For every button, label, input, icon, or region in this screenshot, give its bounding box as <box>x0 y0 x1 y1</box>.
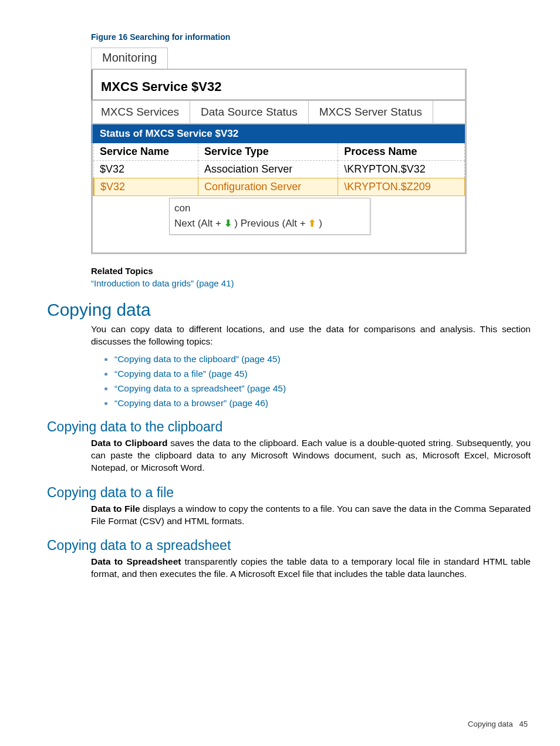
paragraph-text: displays a window to copy the contents t… <box>91 504 531 526</box>
search-next-suffix: ) <box>232 218 238 229</box>
cell-service-name: $V32 <box>94 161 198 178</box>
panel-title: MXCS Service $V32 <box>91 70 467 101</box>
table-row-highlighted[interactable]: $V32 Configuration Server \KRYPTON.$Z209 <box>94 178 465 196</box>
paragraph: Data to Spreadsheet transparently copies… <box>91 556 531 580</box>
heading-copying-data: Copying data <box>47 300 531 320</box>
subtab-data-source-status[interactable]: Data Source Status <box>190 101 309 123</box>
heading-spreadsheet: Copying data to a spreadsheet <box>47 538 531 553</box>
topic-link[interactable]: “Copying data to a browser” (page 46) <box>114 398 268 408</box>
topic-link[interactable]: “Copying data to a spreadsheet” (page 45… <box>114 383 286 393</box>
topic-list: “Copying data to the clipboard” (page 45… <box>114 353 531 409</box>
search-previous-label[interactable]: Previous (Alt + <box>241 218 309 229</box>
status-header-bar: Status of MXCS Service $V32 <box>91 124 465 143</box>
arrow-up-icon: ⬆ <box>308 217 316 231</box>
cell-service-type: Association Server <box>198 161 338 178</box>
subtab-mxcs-services[interactable]: MXCS Services <box>93 101 190 123</box>
screenshot-figure: Monitoring MXCS Service $V32 MXCS Servic… <box>91 48 467 254</box>
term: Data to File <box>91 504 140 514</box>
heading-clipboard: Copying data to the clipboard <box>47 419 531 435</box>
subtab-mxcs-server-status[interactable]: MXCS Server Status <box>309 101 433 123</box>
topic-link[interactable]: “Copying data to a file” (page 45) <box>114 369 248 379</box>
list-item: “Copying data to a browser” (page 46) <box>114 397 531 409</box>
column-header-service-name[interactable]: Service Name <box>94 143 198 161</box>
heading-file: Copying data to a file <box>47 485 531 501</box>
cell-service-type: Configuration Server <box>198 178 338 196</box>
cell-process-name: \KRYPTON.$Z209 <box>338 178 465 196</box>
list-item: “Copying data to a file” (page 45) <box>114 367 531 379</box>
cell-process-name: \KRYPTON.$V32 <box>338 161 465 178</box>
search-next-label[interactable]: Next (Alt + <box>174 218 224 229</box>
search-previous-suffix: ) <box>316 218 322 229</box>
topic-link[interactable]: “Copying data to the clipboard” (page 45… <box>114 354 281 364</box>
paragraph: You can copy data to different locations… <box>91 323 531 348</box>
services-table: Service Name Service Type Process Name $… <box>93 143 465 196</box>
table-row[interactable]: $V32 Association Server \KRYPTON.$V32 <box>94 161 465 178</box>
search-input-value[interactable]: con <box>174 201 365 216</box>
tab-monitoring[interactable]: Monitoring <box>91 48 168 69</box>
column-header-process-name[interactable]: Process Name <box>338 143 465 161</box>
figure-caption: Figure 16 Searching for information <box>91 32 531 42</box>
list-item: “Copying data to the clipboard” (page 45… <box>114 353 531 364</box>
column-header-service-type[interactable]: Service Type <box>198 143 338 161</box>
arrow-down-icon: ⬇ <box>224 217 232 231</box>
term: Data to Spreadsheet <box>91 556 181 566</box>
related-topic-link[interactable]: “Introduction to data grids” (page 41) <box>91 278 531 288</box>
cell-service-name: $V32 <box>94 178 198 196</box>
footer-page-number: 45 <box>519 720 528 728</box>
paragraph: Data to File displays a window to copy t… <box>91 503 531 528</box>
term: Data to Clipboard <box>91 438 167 448</box>
list-item: “Copying data to a spreadsheet” (page 45… <box>114 382 531 394</box>
search-popup: con Next (Alt + ⬇ ) Previous (Alt + ⬆ ) <box>169 198 370 235</box>
footer-label: Copying data <box>468 720 513 728</box>
related-topics-title: Related Topics <box>91 266 531 276</box>
paragraph: Data to Clipboard saves the data to the … <box>91 437 531 474</box>
page-footer: Copying data 45 <box>468 720 528 728</box>
